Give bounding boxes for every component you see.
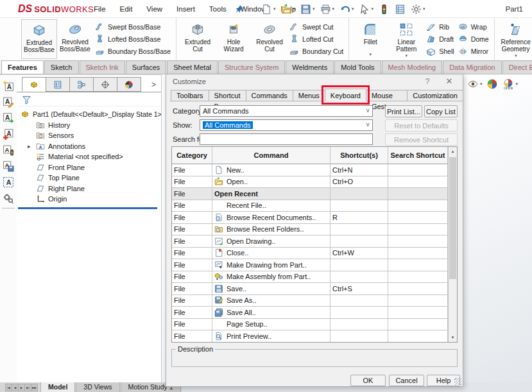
dropdown-caret-icon[interactable]: ▾ (480, 81, 483, 87)
tree-item-front-plane[interactable]: Front Plane (19, 162, 161, 173)
resize-grip[interactable] (454, 378, 461, 385)
shortcut-row-page-setup[interactable]: FilePage Setup.. (172, 319, 457, 331)
dialog-tab-shortcut-bars[interactable]: Shortcut Bars (209, 90, 246, 101)
tab-mesh-modeling[interactable]: Mesh Modeling (382, 60, 443, 74)
expand-panel-arrow[interactable]: > (151, 80, 159, 92)
scroll-up-icon[interactable]: ▲ (449, 147, 457, 156)
ribbon-boundary-boss-base-button[interactable]: Boundary Boss/Base (95, 46, 171, 57)
tree-item-top-plane[interactable]: Top Plane (19, 173, 161, 183)
ribbon-linear-pattern-button[interactable]: Linear Pattern▾ (388, 19, 424, 59)
ribbon-hole-wizard-button[interactable]: Hole Wizard (216, 19, 252, 59)
column-header-search-shortcut[interactable]: Search Shortcut (388, 147, 448, 164)
tree-item-material-not-specified[interactable]: Material <not specified> (19, 151, 161, 162)
ribbon-reference-geometry-button[interactable]: Reference Geometry▾ (498, 19, 532, 59)
qat-print-button[interactable]: ▾ (318, 1, 338, 17)
chevron-down-icon[interactable]: ˅ (366, 107, 370, 114)
shortcut-row-print-preview[interactable]: FilePrint Preview.. (172, 330, 457, 343)
dropdown-caret-icon[interactable]: ▾ (293, 6, 296, 12)
menu-tools[interactable]: Tools (202, 0, 234, 18)
expand-arrow-icon[interactable]: ▸ (28, 143, 31, 149)
ribbon-draft-button[interactable]: Draft (426, 33, 454, 45)
ribbon-swept-cut-button[interactable]: Swept Cut (289, 21, 343, 33)
ribbon-swept-boss-base-button[interactable]: Swept Boss/Base (95, 21, 171, 33)
tree-item-right-plane[interactable]: Right Plane (19, 183, 161, 194)
menu-insert[interactable]: Insert (169, 0, 202, 18)
qat-rebuild-button[interactable] (376, 1, 392, 17)
dialog-titlebar[interactable]: Customize ? ✕ (166, 74, 463, 89)
ribbon-dome-button[interactable]: Dome (458, 33, 489, 45)
ribbon-shell-button[interactable]: Shell (426, 46, 454, 57)
featuremanager-tab[interactable] (22, 77, 46, 92)
anno-new-button[interactable]: A (2, 80, 15, 92)
shortcut-row-browse-recent-folders[interactable]: FileBrowse Recent Folders.. (172, 224, 457, 236)
ribbon-extruded-cut-button[interactable]: Extruded Cut (180, 19, 216, 59)
dropdown-caret-icon[interactable]: ▾ (370, 51, 372, 58)
menu-view[interactable]: View (139, 0, 169, 18)
ribbon-boundary-cut-button[interactable]: Boundary Cut (289, 46, 343, 57)
column-header-category[interactable]: Category (172, 147, 212, 164)
ribbon-lofted-boss-base-button[interactable]: Lofted Boss/Base (95, 33, 171, 45)
column-header-command[interactable]: Command (212, 147, 330, 164)
dropdown-caret-icon[interactable]: ▾ (352, 6, 354, 12)
tree-item-sensors[interactable]: Sensors (19, 130, 161, 141)
dropdown-caret-icon[interactable]: ▾ (515, 81, 518, 87)
dialog-tab-menus[interactable]: Menus (293, 90, 325, 101)
ribbon-revolved-boss-base-button[interactable]: Revolved Boss/Base (57, 19, 93, 59)
category-dropdown[interactable]: All Commands ˅ (200, 105, 373, 117)
tree-item-annotations[interactable]: ▸AAnnotations (19, 141, 161, 152)
dialog-tab-mouse-gestures[interactable]: Mouse Gestures (366, 90, 408, 101)
dimxpertmanager-tab[interactable] (93, 77, 117, 92)
tab-mold-tools[interactable]: Mold Tools (334, 60, 381, 74)
dialog-tab-customization[interactable]: Customization (407, 90, 463, 101)
tree-item-origin[interactable]: Origin (19, 194, 161, 205)
eye-button[interactable]: ▾ (467, 78, 483, 90)
configurationmanager-tab[interactable] (69, 77, 94, 92)
dialog-tab-commands[interactable]: Commands (246, 90, 293, 101)
help-icon[interactable]: ? (420, 74, 434, 89)
ribbon-lofted-cut-button[interactable]: Lofted Cut (289, 33, 343, 45)
cancel-button[interactable]: Cancel (389, 375, 424, 386)
tree-filter[interactable] (17, 92, 161, 107)
scene-button[interactable]: ▾ (502, 78, 518, 90)
reset-to-defaults-button[interactable]: Reset to Defaults (385, 119, 458, 132)
menu-edit[interactable]: Edit (113, 0, 140, 18)
anno-edit-button[interactable]: A (2, 96, 15, 108)
propertymanager-tab[interactable] (46, 77, 70, 92)
shortcut-row-open-drawing[interactable]: FileOpen Drawing.. (172, 235, 457, 248)
ok-button[interactable]: OK (350, 375, 386, 386)
filter-funnel-icon[interactable] (22, 95, 31, 105)
appearance-button[interactable] (486, 78, 498, 90)
shortcut-row-browse-recent-documents[interactable]: FileBrowse Recent Documents..R (172, 212, 457, 224)
displaymanager-tab[interactable] (117, 77, 141, 92)
shortcut-row-make-drawing-from-part[interactable]: FileMake Drawing from Part.. (172, 259, 457, 271)
qat-undo-button[interactable]: ▾ (337, 1, 357, 17)
anno-add-button[interactable]: A (2, 128, 15, 141)
shortcut-row-close[interactable]: FileClose..Ctrl+W (172, 248, 457, 260)
dropdown-caret-icon[interactable]: ▾ (423, 6, 425, 12)
dropdown-caret-icon[interactable]: ▾ (313, 6, 315, 12)
tab-direct-editing[interactable]: Direct Editing (502, 60, 532, 74)
tree-item-history[interactable]: History (19, 120, 161, 131)
ribbon-rib-button[interactable]: Rib (426, 21, 454, 33)
tab-surfaces[interactable]: Surfaces (126, 60, 166, 74)
ribbon-wrap-button[interactable]: cdWrap (458, 21, 489, 33)
tab-model[interactable]: Model (40, 382, 75, 392)
anno-export-button[interactable]: A (2, 112, 15, 124)
ribbon-mirror-button[interactable]: Mirror (458, 46, 489, 57)
qat-open-folder-button[interactable]: ▾ (279, 1, 298, 17)
menu-file[interactable]: File (87, 0, 113, 18)
scroll-thumb[interactable] (449, 157, 456, 279)
tab-features[interactable]: Features (1, 60, 44, 74)
close-icon[interactable]: ✕ (442, 74, 456, 89)
shortcut-row-make-assembly-from-part[interactable]: FileMake Assembly from Part.. (172, 271, 457, 284)
shortcut-row-save-all[interactable]: FileSave All.. (172, 307, 457, 319)
rollback-bar[interactable] (18, 207, 157, 209)
tab-sheet-metal[interactable]: Sheet Metal (167, 60, 218, 74)
pin-icon[interactable] (234, 4, 245, 14)
copy-list-button[interactable]: Copy List (424, 105, 458, 117)
dropdown-caret-icon[interactable]: ▾ (515, 53, 517, 60)
shortcut-row-save[interactable]: FileSave..Ctrl+S (172, 283, 457, 295)
qat-new-doc-button[interactable]: ▾ (259, 1, 279, 17)
shortcut-row-recent-file[interactable]: FileRecent File.. (172, 200, 457, 212)
dialog-tab-keyboard[interactable]: Keyboard (325, 89, 366, 101)
